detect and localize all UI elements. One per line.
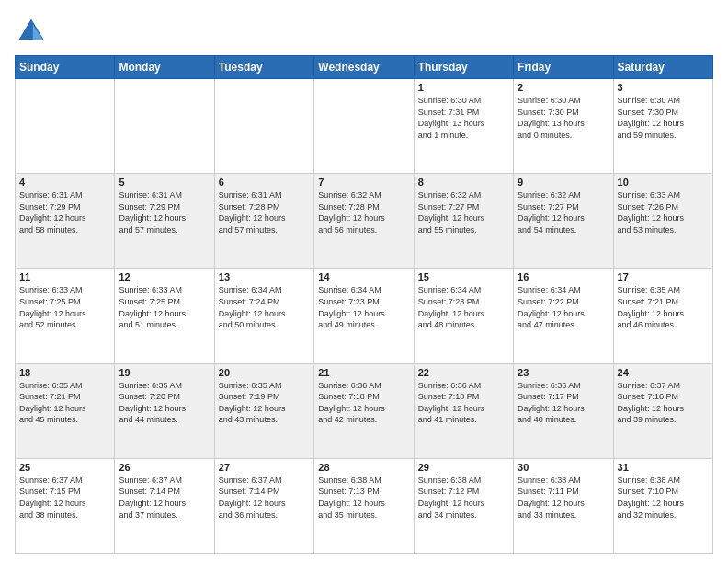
calendar-table: SundayMondayTuesdayWednesdayThursdayFrid…	[15, 55, 713, 554]
day-cell: 20Sunrise: 6:35 AM Sunset: 7:19 PM Dayli…	[214, 363, 313, 458]
day-info: Sunrise: 6:36 AM Sunset: 7:18 PM Dayligh…	[318, 380, 409, 426]
day-cell: 18Sunrise: 6:35 AM Sunset: 7:21 PM Dayli…	[16, 363, 115, 458]
day-number: 20	[219, 367, 310, 378]
day-info: Sunrise: 6:31 AM Sunset: 7:29 PM Dayligh…	[19, 190, 110, 236]
day-info: Sunrise: 6:33 AM Sunset: 7:25 PM Dayligh…	[119, 284, 210, 330]
day-info: Sunrise: 6:30 AM Sunset: 7:30 PM Dayligh…	[618, 95, 709, 141]
day-info: Sunrise: 6:31 AM Sunset: 7:28 PM Dayligh…	[219, 190, 310, 236]
day-cell	[314, 79, 414, 174]
day-number: 23	[518, 367, 609, 378]
week-row-5: 25Sunrise: 6:37 AM Sunset: 7:15 PM Dayli…	[16, 458, 713, 553]
day-number: 21	[318, 367, 409, 378]
day-number: 2	[518, 82, 609, 93]
day-info: Sunrise: 6:32 AM Sunset: 7:27 PM Dayligh…	[518, 190, 609, 236]
day-number: 17	[618, 271, 709, 282]
day-info: Sunrise: 6:38 AM Sunset: 7:11 PM Dayligh…	[518, 475, 609, 521]
day-number: 16	[518, 271, 609, 282]
day-info: Sunrise: 6:34 AM Sunset: 7:23 PM Dayligh…	[418, 284, 509, 330]
day-cell: 16Sunrise: 6:34 AM Sunset: 7:22 PM Dayli…	[514, 269, 613, 363]
day-cell: 4Sunrise: 6:31 AM Sunset: 7:29 PM Daylig…	[16, 174, 115, 269]
day-number: 28	[318, 462, 409, 473]
day-cell: 31Sunrise: 6:38 AM Sunset: 7:10 PM Dayli…	[613, 458, 712, 553]
day-info: Sunrise: 6:30 AM Sunset: 7:30 PM Dayligh…	[518, 95, 609, 141]
day-number: 13	[219, 271, 310, 282]
day-cell: 12Sunrise: 6:33 AM Sunset: 7:25 PM Dayli…	[115, 269, 214, 363]
day-cell	[214, 79, 313, 174]
day-cell	[16, 79, 115, 174]
day-number: 4	[19, 177, 110, 188]
day-info: Sunrise: 6:38 AM Sunset: 7:12 PM Dayligh…	[418, 475, 509, 521]
day-info: Sunrise: 6:37 AM Sunset: 7:16 PM Dayligh…	[618, 380, 709, 426]
day-cell: 14Sunrise: 6:34 AM Sunset: 7:23 PM Dayli…	[314, 269, 414, 363]
day-cell: 28Sunrise: 6:38 AM Sunset: 7:13 PM Dayli…	[314, 458, 414, 553]
day-number: 19	[119, 367, 210, 378]
day-number: 6	[219, 177, 310, 188]
calendar-body: 1Sunrise: 6:30 AM Sunset: 7:31 PM Daylig…	[16, 79, 713, 554]
logo	[15, 15, 51, 48]
day-number: 31	[618, 462, 709, 473]
day-number: 8	[418, 177, 509, 188]
day-info: Sunrise: 6:31 AM Sunset: 7:29 PM Dayligh…	[119, 190, 210, 236]
day-cell: 25Sunrise: 6:37 AM Sunset: 7:15 PM Dayli…	[16, 458, 115, 553]
day-number: 5	[119, 177, 210, 188]
day-cell: 6Sunrise: 6:31 AM Sunset: 7:28 PM Daylig…	[214, 174, 313, 269]
day-header-friday: Friday	[514, 56, 613, 79]
day-header-monday: Monday	[115, 56, 214, 79]
day-cell	[115, 79, 214, 174]
day-cell: 26Sunrise: 6:37 AM Sunset: 7:14 PM Dayli…	[115, 458, 214, 553]
day-info: Sunrise: 6:36 AM Sunset: 7:18 PM Dayligh…	[418, 380, 509, 426]
day-cell: 21Sunrise: 6:36 AM Sunset: 7:18 PM Dayli…	[314, 363, 414, 458]
day-info: Sunrise: 6:35 AM Sunset: 7:21 PM Dayligh…	[19, 380, 110, 426]
calendar-header: SundayMondayTuesdayWednesdayThursdayFrid…	[16, 56, 713, 79]
week-row-4: 18Sunrise: 6:35 AM Sunset: 7:21 PM Dayli…	[16, 363, 713, 458]
day-number: 9	[518, 177, 609, 188]
day-number: 3	[618, 82, 709, 93]
day-number: 26	[119, 462, 210, 473]
day-info: Sunrise: 6:37 AM Sunset: 7:15 PM Dayligh…	[19, 475, 110, 521]
day-cell: 15Sunrise: 6:34 AM Sunset: 7:23 PM Dayli…	[414, 269, 513, 363]
day-cell: 7Sunrise: 6:32 AM Sunset: 7:28 PM Daylig…	[314, 174, 414, 269]
day-number: 27	[219, 462, 310, 473]
day-cell: 19Sunrise: 6:35 AM Sunset: 7:20 PM Dayli…	[115, 363, 214, 458]
day-cell: 5Sunrise: 6:31 AM Sunset: 7:29 PM Daylig…	[115, 174, 214, 269]
logo-icon	[15, 15, 48, 48]
day-cell: 3Sunrise: 6:30 AM Sunset: 7:30 PM Daylig…	[613, 79, 712, 174]
day-info: Sunrise: 6:36 AM Sunset: 7:17 PM Dayligh…	[518, 380, 609, 426]
day-cell: 1Sunrise: 6:30 AM Sunset: 7:31 PM Daylig…	[414, 79, 513, 174]
day-number: 15	[418, 271, 509, 282]
day-number: 30	[518, 462, 609, 473]
day-number: 10	[618, 177, 709, 188]
day-cell: 17Sunrise: 6:35 AM Sunset: 7:21 PM Dayli…	[613, 269, 712, 363]
day-cell: 23Sunrise: 6:36 AM Sunset: 7:17 PM Dayli…	[514, 363, 613, 458]
day-header-saturday: Saturday	[613, 56, 712, 79]
day-info: Sunrise: 6:32 AM Sunset: 7:28 PM Dayligh…	[318, 190, 409, 236]
day-cell: 29Sunrise: 6:38 AM Sunset: 7:12 PM Dayli…	[414, 458, 513, 553]
day-info: Sunrise: 6:32 AM Sunset: 7:27 PM Dayligh…	[418, 190, 509, 236]
day-number: 24	[618, 367, 709, 378]
day-info: Sunrise: 6:34 AM Sunset: 7:24 PM Dayligh…	[219, 284, 310, 330]
day-cell: 13Sunrise: 6:34 AM Sunset: 7:24 PM Dayli…	[214, 269, 313, 363]
day-cell: 30Sunrise: 6:38 AM Sunset: 7:11 PM Dayli…	[514, 458, 613, 553]
day-cell: 24Sunrise: 6:37 AM Sunset: 7:16 PM Dayli…	[613, 363, 712, 458]
day-info: Sunrise: 6:33 AM Sunset: 7:25 PM Dayligh…	[19, 284, 110, 330]
day-number: 1	[418, 82, 509, 93]
day-info: Sunrise: 6:34 AM Sunset: 7:22 PM Dayligh…	[518, 284, 609, 330]
day-cell: 10Sunrise: 6:33 AM Sunset: 7:26 PM Dayli…	[613, 174, 712, 269]
day-number: 14	[318, 271, 409, 282]
day-info: Sunrise: 6:30 AM Sunset: 7:31 PM Dayligh…	[418, 95, 509, 141]
day-number: 12	[119, 271, 210, 282]
day-info: Sunrise: 6:37 AM Sunset: 7:14 PM Dayligh…	[219, 475, 310, 521]
day-header-thursday: Thursday	[414, 56, 513, 79]
day-number: 18	[19, 367, 110, 378]
day-info: Sunrise: 6:38 AM Sunset: 7:10 PM Dayligh…	[618, 475, 709, 521]
day-info: Sunrise: 6:38 AM Sunset: 7:13 PM Dayligh…	[318, 475, 409, 521]
day-header-tuesday: Tuesday	[214, 56, 313, 79]
page: SundayMondayTuesdayWednesdayThursdayFrid…	[0, 0, 728, 563]
day-info: Sunrise: 6:35 AM Sunset: 7:20 PM Dayligh…	[119, 380, 210, 426]
week-row-3: 11Sunrise: 6:33 AM Sunset: 7:25 PM Dayli…	[16, 269, 713, 363]
day-header-row: SundayMondayTuesdayWednesdayThursdayFrid…	[16, 56, 713, 79]
day-info: Sunrise: 6:37 AM Sunset: 7:14 PM Dayligh…	[119, 475, 210, 521]
day-cell: 8Sunrise: 6:32 AM Sunset: 7:27 PM Daylig…	[414, 174, 513, 269]
calendar: SundayMondayTuesdayWednesdayThursdayFrid…	[15, 55, 713, 554]
day-info: Sunrise: 6:35 AM Sunset: 7:21 PM Dayligh…	[618, 284, 709, 330]
